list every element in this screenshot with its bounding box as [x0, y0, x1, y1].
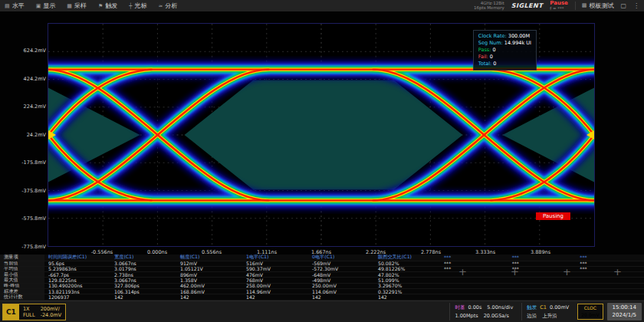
menu-item-acquire[interactable]: ▦ 采样: [67, 2, 87, 10]
row-label: 统计计数: [0, 294, 44, 299]
mask-info-box: Clock Rate: 300.00M Seg Num: 14.994k UI …: [473, 30, 537, 71]
y-axis-label: 24.2mV: [27, 132, 46, 138]
table-cell: 49.81226%: [374, 266, 440, 271]
analysis-icon: ≈: [158, 3, 163, 9]
window-icon[interactable]: ▢: [620, 2, 626, 9]
table-col-header[interactable]: 幅度(C1): [176, 254, 242, 261]
table-cell: 142: [374, 294, 440, 300]
vertical-offset: -24.0mV: [41, 312, 62, 318]
table-cell: 95.6ps: [44, 261, 110, 266]
menu-bar: ▤ 水平 ▣ 显示 ▦ 采样 ⚑ 触发 ┼ 光标 ≈ 分析: [0, 0, 644, 12]
timebase-widget[interactable]: 时基0.00s5.00ns/div 1.00Mpts20.0GSa/s: [449, 303, 518, 320]
table-col-header[interactable]: ***: [440, 255, 508, 260]
table-cell: 3.0667ns: [110, 278, 176, 283]
table-row: 统计计数 1206937 142 142 142 142 142: [0, 294, 644, 300]
clock-chip-name: CLOC: [581, 305, 599, 311]
table-cell: 912mV: [176, 261, 242, 266]
table-cell: 768mV: [242, 278, 308, 283]
bottom-bar: C1 1X 200mV/ FULL -24.0mV 时基0.00s5.00ns/…: [0, 301, 644, 322]
table-col-header[interactable]: 宽度(C1): [110, 254, 176, 261]
menu-item-horizontal[interactable]: ▤ 水平: [5, 2, 25, 10]
table-col-header[interactable]: ***: [576, 255, 644, 260]
mask-polygons: [48, 80, 594, 189]
table-cell: -667.7ps: [44, 272, 110, 278]
pause-status: Pause: [550, 1, 568, 7]
clock-date: 2024/1/5: [613, 312, 636, 319]
y-axis-label: -575.8mV: [21, 215, 46, 222]
measurement-table: 测量项 时间间隔误差(C1) 宽度(C1) 幅度(C1) 1电平(C1) 0电平…: [0, 255, 644, 301]
row-label: 当前值: [0, 261, 44, 266]
table-col-header[interactable]: 眼图交叉比(C1): [374, 254, 440, 261]
menu-items: ▤ 水平 ▣ 显示 ▦ 采样 ⚑ 触发 ┼ 光标 ≈ 分析: [5, 2, 177, 10]
row-label: 标准差: [0, 289, 44, 294]
clock-channel-chip[interactable]: CLOC 20.0mV: [577, 304, 603, 319]
trigger-label: 触发: [527, 304, 537, 310]
graticule[interactable]: Clock Rate: 300.00M Seg Num: 14.994k UI …: [48, 23, 595, 247]
channel-settings: 1X 200mV/ FULL -24.0mV: [19, 304, 65, 320]
table-cell: 516mV: [242, 261, 308, 266]
table-cell: 5.239863ns: [44, 266, 110, 271]
table-cell: ***: [576, 261, 644, 266]
vertical-scale: 200mV/: [41, 306, 62, 312]
scope-spec: 4GHz·12Bit 16pts Memory: [474, 1, 504, 11]
table-col-header[interactable]: 1电平(C1): [242, 254, 308, 261]
timebase-label: 时基: [455, 304, 465, 310]
table-cell: 114.06mV: [308, 289, 374, 294]
table-cell: 3.29670%: [374, 283, 440, 288]
menu-bar-right: 4GHz·12Bit 16pts Memory SIGLENT Pause f …: [474, 1, 639, 12]
menu-item-trigger[interactable]: ⚑ 触发: [98, 2, 117, 10]
more-icon[interactable]: ⋮: [633, 2, 639, 9]
pass-value: 0: [493, 47, 496, 53]
table-col-header[interactable]: 0电平(C1): [308, 254, 374, 261]
table-cell: ***: [576, 266, 644, 271]
brand-logo: SIGLENT: [511, 2, 544, 9]
add-measurement-icon[interactable]: +: [613, 266, 622, 278]
table-cell: ***: [440, 266, 508, 271]
table-cell: 896mV: [176, 272, 242, 278]
trigger-source: C1: [540, 304, 547, 310]
table-cell: -648mV: [308, 272, 374, 278]
table-cell: 142: [308, 294, 374, 300]
menu-item-cursor[interactable]: ┼ 光标: [129, 2, 146, 10]
scope-display: 624.2mV 424.2mV 224.2mV 24.2mV -175.8mV …: [0, 12, 644, 255]
fail-label: Fail:: [478, 54, 488, 60]
table-cell: 142: [176, 294, 242, 300]
trigger-type: 边沿: [527, 313, 537, 319]
row-label: 最大值: [0, 278, 44, 282]
table-cell: 258.00mV: [242, 283, 308, 288]
table-cell: -569mV: [308, 261, 374, 266]
menu-item-display[interactable]: ▣ 显示: [36, 2, 56, 10]
seg-num-value: 14.994k UI: [504, 40, 531, 46]
y-axis-label: -775.8mV: [21, 244, 46, 250]
table-cell: 1206937: [44, 294, 110, 300]
trigger-widget[interactable]: 触发C10.00mV 边沿上升沿: [521, 303, 573, 320]
table-cell: 0.32291%: [374, 289, 440, 294]
menu-item-label: 分析: [165, 2, 177, 10]
y-axis-label: 624.2mV: [24, 48, 46, 54]
channel-1-widget[interactable]: C1 1X 200mV/ FULL -24.0mV: [2, 304, 66, 320]
table-col-header[interactable]: ***: [508, 255, 577, 260]
acquisition-status: Pause f = ***: [550, 1, 568, 12]
trigger-level: 0.00mV: [550, 304, 569, 310]
clock-time: 15:00:14: [613, 304, 636, 311]
menu-item-label: 显示: [43, 2, 55, 10]
table-cell: 47.802%: [374, 272, 440, 278]
trigger-frequency: f = ***: [550, 6, 568, 11]
menu-item-label: 光标: [134, 2, 146, 10]
add-measurement-icon[interactable]: +: [458, 266, 467, 278]
clock-chip-value: 20.0mV: [581, 312, 599, 318]
table-cell: 51.099%: [374, 278, 440, 283]
table-cell: 13.821193ns: [44, 289, 110, 294]
y-axis-label: 224.2mV: [24, 104, 46, 110]
bandwidth-limit: FULL: [23, 312, 35, 318]
table-cell: 250.00mV: [308, 283, 374, 288]
table-cell: 3.0179ns: [110, 266, 176, 271]
menu-item-analysis[interactable]: ≈ 分析: [158, 2, 177, 10]
table-col-header[interactable]: 时间间隔误差(C1): [44, 254, 110, 261]
table-cell: 3.0667ns: [110, 261, 176, 266]
mask-test-button[interactable]: ▩ 模板测试: [575, 2, 614, 10]
add-measurement-icon[interactable]: +: [511, 266, 519, 278]
cursor-icon: ┼: [129, 3, 132, 9]
add-measurement-icon[interactable]: +: [563, 266, 571, 278]
table-cell: 142: [242, 294, 308, 300]
